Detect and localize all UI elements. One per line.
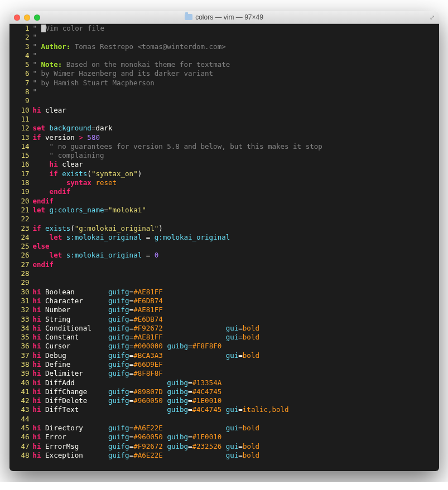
expand-icon[interactable]: ⤢ — [430, 14, 436, 20]
line-number: 20 — [9, 197, 30, 206]
code-line: let s:molokai_original = g:molokai_origi… — [33, 233, 439, 242]
line-number: 2 — [9, 33, 30, 42]
code-line — [33, 215, 439, 224]
line-number: 11 — [9, 115, 30, 124]
line-number: 28 — [9, 269, 30, 278]
code-line — [33, 269, 439, 278]
code-line: hi Debug guifg=#BCA3A3 gui=bold — [33, 351, 439, 360]
window-title: colors — vim — 97×49 — [9, 13, 439, 21]
line-number: 47 — [9, 442, 30, 451]
line-number: 3 — [9, 42, 30, 51]
line-number: 39 — [9, 369, 30, 378]
code-line: hi DiffAdd guibg=#13354A — [33, 379, 439, 387]
line-number: 24 — [9, 233, 30, 242]
line-number: 35 — [9, 333, 30, 342]
code-line — [33, 415, 439, 424]
code-line: let s:molokai_original = 0 — [33, 251, 439, 260]
line-number: 40 — [9, 379, 30, 387]
line-number: 16 — [9, 160, 30, 169]
code-line: syntax reset — [33, 178, 439, 187]
line-number: 43 — [9, 405, 30, 414]
line-number: 19 — [9, 187, 30, 196]
line-number: 31 — [9, 297, 30, 305]
line-number: 10 — [9, 106, 30, 115]
line-number: 29 — [9, 278, 30, 287]
code-line: " no guarantees for version 5.8 and belo… — [33, 142, 439, 151]
code-line: hi Number guifg=#AE81FF — [33, 305, 439, 314]
code-line: hi Error guifg=#960050 guibg=#1E0010 — [33, 433, 439, 442]
line-number: 38 — [9, 360, 30, 369]
line-number: 13 — [9, 133, 30, 142]
line-number-gutter: 1234567891011121314151617181920212223242… — [9, 24, 33, 471]
line-number: 45 — [9, 424, 30, 433]
code-line: hi DiffDelete guifg=#960050 guibg=#1E001… — [33, 396, 439, 405]
line-number: 22 — [9, 215, 30, 224]
code-line: " by Hamish Stuart Macpherson — [33, 79, 439, 88]
line-number: 36 — [9, 342, 30, 351]
code-line: hi Delimiter guifg=#8F8F8F — [33, 369, 439, 378]
code-line: hi Exception guifg=#A6E22E gui=bold — [33, 451, 439, 460]
code-line: hi DiffText guibg=#4C4745 gui=italic,bol… — [33, 405, 439, 414]
cursor — [41, 25, 46, 32]
code-line: " Note: Based on the monokai theme for t… — [33, 60, 439, 69]
line-number: 30 — [9, 288, 30, 297]
line-number: 32 — [9, 305, 30, 314]
code-line: hi Conditional guifg=#F92672 gui=bold — [33, 324, 439, 333]
line-number: 6 — [9, 69, 30, 78]
code-line: " — [33, 33, 439, 42]
code-line: " — [33, 88, 439, 96]
code-line: else — [33, 242, 439, 251]
code-area[interactable]: " Vim color file"" Author: Tomas Restrep… — [33, 24, 439, 471]
line-number: 46 — [9, 433, 30, 442]
code-line: hi ErrorMsg guifg=#F92672 guibg=#232526 … — [33, 442, 439, 451]
line-number: 17 — [9, 169, 30, 178]
folder-icon — [185, 14, 192, 20]
line-number: 14 — [9, 142, 30, 151]
line-number: 8 — [9, 88, 30, 96]
code-line: " — [33, 51, 439, 60]
code-line: " Author: Tomas Restrepo <tomas@winterdo… — [33, 42, 439, 51]
terminal-window: colors — vim — 97×49 ⤢ 12345678910111213… — [9, 11, 439, 471]
titlebar[interactable]: colors — vim — 97×49 ⤢ — [9, 11, 439, 24]
code-line: hi String guifg=#E6DB74 — [33, 315, 439, 324]
line-number: 15 — [9, 151, 30, 160]
code-line: hi DiffChange guifg=#89807D guibg=#4C474… — [33, 387, 439, 396]
terminal-body[interactable]: 1234567891011121314151617181920212223242… — [9, 24, 439, 471]
code-line — [33, 278, 439, 287]
line-number: 1 — [9, 24, 30, 33]
line-number: 34 — [9, 324, 30, 333]
line-number: 5 — [9, 60, 30, 69]
code-line — [33, 115, 439, 124]
code-line: if version > 580 — [33, 133, 439, 142]
code-line: hi clear — [33, 160, 439, 169]
window-title-text: colors — vim — 97×49 — [195, 13, 263, 21]
code-line: if exists("g:molokai_original") — [33, 224, 439, 233]
code-line: set background=dark — [33, 124, 439, 133]
line-number: 44 — [9, 415, 30, 424]
line-number: 12 — [9, 124, 30, 133]
code-line — [33, 96, 439, 105]
line-number: 7 — [9, 79, 30, 88]
code-line: " Vim color file — [33, 24, 439, 33]
code-line: hi clear — [33, 106, 439, 115]
code-line: hi Directory guifg=#A6E22E gui=bold — [33, 424, 439, 433]
line-number: 26 — [9, 251, 30, 260]
code-line: endif — [33, 197, 439, 206]
line-number: 21 — [9, 206, 30, 215]
line-number: 23 — [9, 224, 30, 233]
line-number: 41 — [9, 387, 30, 396]
code-line: " complaining — [33, 151, 439, 160]
code-line: hi Define guifg=#66D9EF — [33, 360, 439, 369]
code-line: hi Character guifg=#E6DB74 — [33, 297, 439, 305]
line-number: 27 — [9, 260, 30, 269]
code-line: if exists("syntax_on") — [33, 169, 439, 178]
line-number: 37 — [9, 351, 30, 360]
line-number: 9 — [9, 96, 30, 105]
code-line: let g:colors_name="molokai" — [33, 206, 439, 215]
code-line: hi Boolean guifg=#AE81FF — [33, 288, 439, 297]
line-number: 18 — [9, 178, 30, 187]
line-number: 33 — [9, 315, 30, 324]
line-number: 4 — [9, 51, 30, 60]
code-line: hi Constant guifg=#AE81FF gui=bold — [33, 333, 439, 342]
line-number: 42 — [9, 396, 30, 405]
